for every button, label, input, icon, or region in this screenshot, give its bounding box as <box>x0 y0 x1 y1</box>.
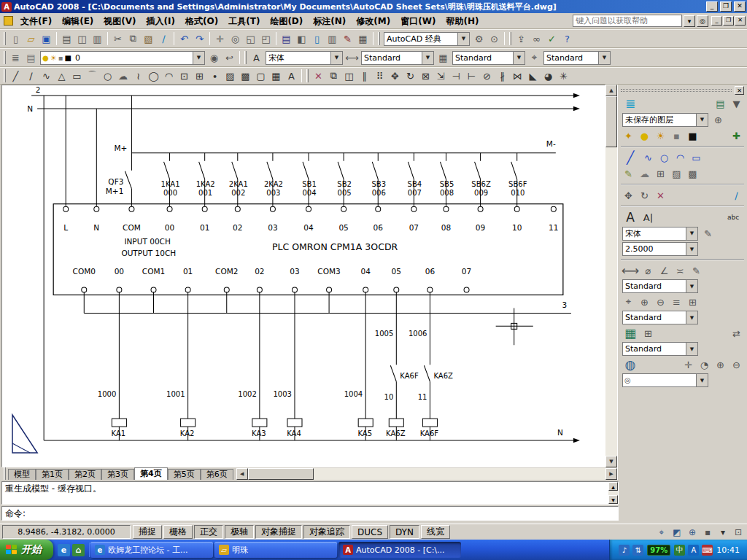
zoom-in-tool-icon[interactable]: ⊕ <box>713 357 728 372</box>
region-icon[interactable]: ▢ <box>253 69 268 83</box>
layer-previous-icon[interactable]: ↩ <box>222 50 237 65</box>
toggle-lwt[interactable]: 线宽 <box>421 525 450 539</box>
mdi-restore-button[interactable]: ❐ <box>723 16 734 26</box>
standards-icon[interactable]: ✓ <box>544 31 560 46</box>
canvas-horizontal-scrollbar[interactable]: ◀ ▶ <box>236 468 617 480</box>
command-scroll-up-icon[interactable]: ▲ <box>608 482 618 491</box>
restore-button[interactable]: ❐ <box>720 1 732 12</box>
find-combo[interactable]: ◎▼ <box>622 373 708 387</box>
tab-page1[interactable]: 第1页 <box>36 469 69 480</box>
panel-table-style-combo-arrow-icon[interactable]: ▼ <box>686 343 697 355</box>
toolbar-grip[interactable] <box>509 32 511 45</box>
panel-text-style-combo[interactable]: 宋体▼ <box>622 227 698 241</box>
mdi-close-button[interactable]: ✕ <box>735 16 746 26</box>
insert-table-icon[interactable]: ⊞ <box>640 326 656 341</box>
menu-dimension[interactable]: 标注(N) <box>308 14 351 28</box>
ime-chinese-icon[interactable]: 中 <box>674 545 685 556</box>
toolbar-grip[interactable] <box>378 32 380 45</box>
toolbar-grip[interactable] <box>4 51 6 64</box>
mleader-add-icon[interactable]: ⊕ <box>637 295 652 309</box>
polyline-icon[interactable]: ∿ <box>39 69 54 83</box>
task-forum[interactable]: e欧姆龙工控论坛 - 工... <box>90 542 213 558</box>
stretch-icon[interactable]: ⇲ <box>433 69 449 83</box>
text-style-combo[interactable]: 宋体▼ <box>266 51 343 65</box>
mleader-style-icon[interactable]: ⌖ <box>527 50 542 65</box>
mleader-icon[interactable]: ⌖ <box>621 295 636 309</box>
task-autocad[interactable]: AAutoCAD 2008 - [C:\... <box>338 542 461 558</box>
canvas-vertical-scrollbar[interactable]: ▲ ▼ <box>605 85 617 467</box>
rotate-icon[interactable]: ↻ <box>403 69 418 83</box>
block-tool-icon[interactable]: ⊞ <box>653 166 668 181</box>
publish-icon[interactable]: ▥ <box>90 31 105 46</box>
ie-quicklaunch-icon[interactable]: e <box>58 544 70 556</box>
dim-style-combo[interactable]: Standard▼ <box>361 51 434 65</box>
toolbar-grip[interactable] <box>4 69 6 82</box>
offset-icon[interactable]: ∥ <box>357 69 372 83</box>
vertical-scroll-track[interactable] <box>605 147 617 456</box>
menu-edit[interactable]: 编辑(E) <box>57 14 98 28</box>
toolbar-grip[interactable] <box>4 32 6 45</box>
arc-icon[interactable]: ⌒ <box>85 69 100 83</box>
cut-icon[interactable]: ✂ <box>110 31 125 46</box>
tabs-grip[interactable] <box>4 467 6 480</box>
move-tool-icon[interactable]: ✥ <box>621 188 636 203</box>
panel-grip[interactable] <box>621 89 732 92</box>
layer-combo[interactable]: ●☀▪■0▼ <box>40 51 205 65</box>
text-tool-icon[interactable]: A <box>621 210 640 225</box>
lock-icon[interactable]: ▪ <box>669 128 684 143</box>
help-search-input[interactable] <box>573 15 682 27</box>
hatch-icon[interactable]: ▨ <box>222 69 238 83</box>
workspace-settings-icon[interactable]: ⚙ <box>471 31 487 46</box>
quickcalc-icon[interactable]: ▦ <box>355 31 371 46</box>
start-button[interactable]: 开始 <box>0 540 53 560</box>
command-prompt[interactable]: 命令: <box>1 506 619 521</box>
tab-page4[interactable]: 第4页 <box>134 467 168 480</box>
layer-match-icon[interactable]: ✚ <box>729 128 744 143</box>
sheetset-manager-icon[interactable]: ▥ <box>325 31 340 46</box>
point-icon[interactable]: ∙ <box>207 69 222 83</box>
move-icon[interactable]: ✥ <box>387 69 403 83</box>
mleader-collect-icon[interactable]: ⊞ <box>685 295 700 309</box>
hatch-tool-icon[interactable]: ▨ <box>669 166 684 181</box>
layer-combo-arrow-icon[interactable]: ▼ <box>193 52 204 64</box>
make-block-icon[interactable]: ⊞ <box>192 69 207 83</box>
copy-object-icon[interactable]: ⧉ <box>326 69 341 83</box>
menu-window[interactable]: 窗口(W) <box>395 14 441 28</box>
tab-page6[interactable]: 第6页 <box>201 469 233 480</box>
tool-palettes-icon[interactable]: ▯ <box>309 31 325 46</box>
arc-tool-icon[interactable]: ◠ <box>673 150 688 165</box>
rotate-tool-icon[interactable]: ↻ <box>637 188 652 203</box>
dim-style-icon[interactable]: ⟷ <box>344 50 360 65</box>
plot-icon[interactable]: ▤ <box>59 31 74 46</box>
mleader-align-icon[interactable]: ≡ <box>669 295 684 309</box>
erase-tool-icon[interactable]: ✕ <box>653 188 668 203</box>
extend-icon[interactable]: ⊢ <box>464 69 479 83</box>
match-properties-icon[interactable]: ∕ <box>156 31 171 46</box>
binoculars-search-icon[interactable]: ◎ <box>697 15 708 27</box>
copy-icon[interactable]: ⧉ <box>125 31 141 46</box>
quick-dim-icon[interactable]: ≍ <box>673 263 688 278</box>
menu-tools[interactable]: 工具(T) <box>223 14 265 28</box>
etransmit-icon[interactable]: ⇪ <box>514 31 529 46</box>
status-menu-arrow-icon[interactable]: ▾ <box>716 526 729 539</box>
volume-tray-icon[interactable]: ♪ <box>619 545 630 556</box>
toggle-ortho[interactable]: 正交 <box>194 525 223 539</box>
zoom-realtime-icon[interactable]: ◎ <box>228 31 243 46</box>
toolbar-grip[interactable] <box>244 51 247 64</box>
command-scrollbar[interactable]: ▲ ▼ <box>608 482 618 504</box>
menu-view[interactable]: 视图(V) <box>98 14 141 28</box>
scroll-down-icon[interactable]: ▼ <box>605 456 617 467</box>
table-style-icon[interactable]: ▦ <box>436 50 451 65</box>
pan-tool-icon[interactable]: ✛ <box>681 357 696 372</box>
show-desktop-icon[interactable]: ⌂ <box>72 544 85 556</box>
erase-icon[interactable]: ✕ <box>311 69 326 83</box>
aligned-dim-icon[interactable]: ⌀ <box>640 263 656 278</box>
command-history[interactable]: 重生成模型 - 缓存视口。 ▲ ▼ <box>1 481 619 505</box>
dim-edit-icon[interactable]: ✎ <box>689 263 704 278</box>
new-file-icon[interactable]: ▯ <box>8 31 23 46</box>
toggle-grid[interactable]: 栅格 <box>163 525 193 539</box>
line-tool-icon[interactable]: ╱ <box>621 150 640 165</box>
markup-manager-icon[interactable]: ✎ <box>340 31 355 46</box>
hyperlink-icon[interactable]: ∞ <box>529 31 544 46</box>
tab-page3[interactable]: 第3页 <box>101 469 134 480</box>
